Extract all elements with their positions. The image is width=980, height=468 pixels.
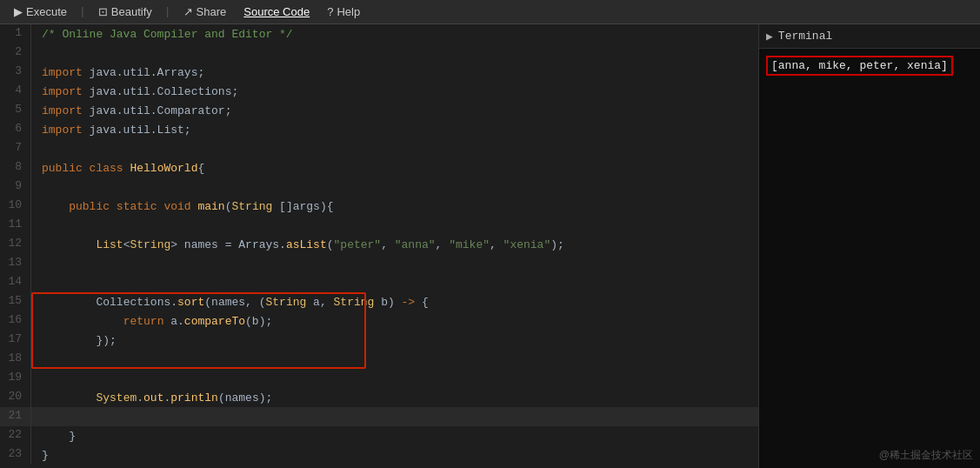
line-content: }); (31, 331, 758, 350)
code-line-7: 7 (0, 139, 758, 158)
code-line-20: 20 System.out.println(names); (0, 388, 758, 407)
toolbar: ▶ Execute | ⊡ Beautify | ↗ Share Source … (0, 0, 980, 24)
code-line-16: 16 return a.compareTo(b); (0, 311, 758, 331)
code-line-5: 5import java.util.Comparator; (0, 101, 758, 120)
code-line-14: 14 (0, 273, 758, 292)
line-number: 14 (0, 273, 31, 292)
code-line-13: 13 (0, 254, 758, 273)
line-content: return a.compareTo(b); (31, 311, 758, 331)
code-line-19: 19 (0, 369, 758, 388)
share-button[interactable]: ↗ Share (177, 3, 234, 20)
line-content (31, 139, 758, 158)
line-content (31, 177, 758, 197)
help-label: Help (337, 5, 360, 18)
editor-wrapper: 1/* Online Java Compiler and Editor */2 … (0, 24, 758, 468)
beautify-button[interactable]: ⊡ Beautify (91, 3, 159, 20)
beautify-icon: ⊡ (98, 5, 108, 18)
code-line-17: 17 }); (0, 331, 758, 350)
help-icon: ? (327, 5, 333, 18)
code-line-11: 11 (0, 216, 758, 235)
line-number: 11 (0, 216, 31, 235)
line-number: 18 (0, 350, 31, 369)
editor-panel: 1/* Online Java Compiler and Editor */2 … (0, 24, 758, 468)
line-content (31, 216, 758, 235)
source-code-label: Source Code (243, 5, 310, 18)
terminal-panel: ▶ Terminal [anna, mike, peter, xenia] @稀… (758, 24, 980, 468)
line-number: 7 (0, 139, 31, 158)
code-line-18: 18 (0, 350, 758, 369)
line-number: 20 (0, 388, 31, 407)
watermark: @稀土掘金技术社区 (879, 448, 973, 463)
line-content: List<String> names = Arrays.asList("pete… (31, 235, 758, 254)
beautify-label: Beautify (111, 5, 152, 18)
line-number: 12 (0, 235, 31, 254)
terminal-body[interactable]: [anna, mike, peter, xenia] @稀土掘金技术社区 (759, 49, 980, 468)
code-line-8: 8public class HelloWorld{ (0, 158, 758, 177)
line-content (31, 254, 758, 273)
sep2: | (163, 5, 173, 18)
line-number: 8 (0, 158, 31, 177)
line-number: 17 (0, 331, 31, 350)
line-number: 13 (0, 254, 31, 273)
line-number: 2 (0, 43, 31, 63)
code-line-22: 22 } (0, 426, 758, 445)
line-number: 1 (0, 24, 31, 43)
line-number: 4 (0, 82, 31, 101)
execute-button[interactable]: ▶ Execute (7, 3, 74, 20)
share-icon: ↗ (183, 5, 193, 18)
code-line-23: 23} (0, 445, 758, 465)
line-content: /* Online Java Compiler and Editor */ (31, 24, 758, 43)
line-number: 6 (0, 120, 31, 139)
line-content: import java.util.List; (31, 120, 758, 139)
line-content: public class HelloWorld{ (31, 158, 758, 177)
terminal-icon: ▶ (766, 30, 773, 43)
help-button[interactable]: ? Help (320, 3, 367, 20)
line-content: } (31, 426, 758, 445)
line-content (31, 407, 758, 426)
code-line-2: 2 (0, 43, 758, 63)
code-line-12: 12 List<String> names = Arrays.asList("p… (0, 235, 758, 254)
line-number: 19 (0, 369, 31, 388)
line-content: Collections.sort(names, (String a, Strin… (31, 292, 758, 311)
code-line-9: 9 (0, 177, 758, 197)
line-content: import java.util.Arrays; (31, 63, 758, 82)
line-number: 22 (0, 426, 31, 445)
sep1: | (77, 5, 88, 18)
line-number: 23 (0, 445, 31, 465)
line-number: 21 (0, 407, 31, 426)
code-line-4: 4import java.util.Collections; (0, 82, 758, 101)
share-label: Share (197, 5, 227, 18)
terminal-title: Terminal (778, 30, 832, 43)
execute-label: Execute (26, 5, 67, 18)
line-number: 10 (0, 197, 31, 216)
terminal-output: [anna, mike, peter, xenia] (766, 56, 953, 76)
code-line-1: 1/* Online Java Compiler and Editor */ (0, 24, 758, 43)
main-area: 1/* Online Java Compiler and Editor */2 … (0, 24, 980, 468)
code-line-10: 10 public static void main(String []args… (0, 197, 758, 216)
line-number: 5 (0, 101, 31, 120)
code-line-6: 6import java.util.List; (0, 120, 758, 139)
code-area[interactable]: 1/* Online Java Compiler and Editor */2 … (0, 24, 758, 468)
line-number: 16 (0, 311, 31, 331)
line-content: import java.util.Collections; (31, 82, 758, 101)
line-content (31, 350, 758, 369)
terminal-header: ▶ Terminal (759, 24, 980, 49)
line-content: public static void main(String []args){ (31, 197, 758, 216)
execute-icon: ▶ (14, 5, 23, 18)
line-content (31, 43, 758, 63)
code-line-21: 21 (0, 407, 758, 426)
line-content: System.out.println(names); (31, 388, 758, 407)
line-content: } (31, 445, 758, 465)
code-line-3: 3import java.util.Arrays; (0, 63, 758, 82)
line-content (31, 369, 758, 388)
source-code-button[interactable]: Source Code (237, 3, 317, 20)
line-number: 3 (0, 63, 31, 82)
line-number: 9 (0, 177, 31, 197)
code-line-15: 15 Collections.sort(names, (String a, St… (0, 292, 758, 311)
line-number: 15 (0, 292, 31, 311)
line-content (31, 273, 758, 292)
line-content: import java.util.Comparator; (31, 101, 758, 120)
